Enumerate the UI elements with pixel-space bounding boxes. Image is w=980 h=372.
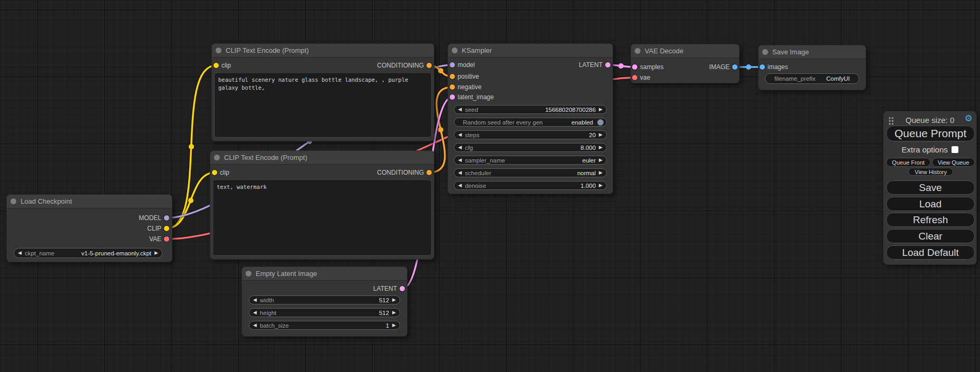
samples-input-dot[interactable] — [632, 64, 637, 70]
ksampler-node-title-text: KSampler — [462, 46, 492, 54]
save-image-node-collapse-dot[interactable] — [762, 49, 768, 55]
clip-text-encode-negative-node-titlebar[interactable]: CLIP Text Encode (Prompt) — [210, 151, 434, 165]
scheduler-widget-increment-arrow[interactable]: ▶ — [599, 170, 603, 175]
load-default-button[interactable]: Load Default — [886, 245, 975, 260]
denoise-widget[interactable]: ◀denoise1.000▶ — [454, 181, 607, 190]
negative-input-dot[interactable] — [450, 84, 455, 90]
random-seed-toggle[interactable]: Random seed after every genenabled — [454, 118, 607, 127]
steps-widget-decrement-arrow[interactable]: ◀ — [458, 132, 462, 137]
cfg-widget-value: 8.000 — [476, 145, 596, 151]
clip-output-label: CLIP — [147, 225, 161, 232]
clip-text-encode-positive-node-titlebar[interactable]: CLIP Text Encode (Prompt) — [212, 44, 434, 58]
positive-prompt-textarea[interactable]: beautiful scenery nature glass bottle la… — [215, 73, 431, 137]
width-widget-decrement-arrow[interactable]: ◀ — [253, 298, 257, 302]
load-checkpoint-node-title-text: Load Checkpoint — [21, 197, 72, 205]
vae-decode-node-titlebar[interactable]: VAE Decode — [631, 44, 739, 58]
positive-conditioning-output-dot[interactable] — [426, 63, 432, 68]
positive-input-dot[interactable] — [450, 74, 455, 79]
negative-clip-input-dot[interactable] — [212, 170, 217, 175]
empty-latent-image-node-collapse-dot[interactable] — [246, 271, 251, 276]
ksampler-node-titlebar[interactable]: KSampler — [448, 44, 613, 58]
cfg-widget-increment-arrow[interactable]: ▶ — [599, 145, 603, 150]
empty-latent-output-dot[interactable] — [400, 286, 405, 291]
vae-decode-node-title-text: VAE Decode — [645, 47, 683, 55]
batch-size-widget-decrement-arrow[interactable]: ◀ — [253, 323, 257, 328]
cfg-widget[interactable]: ◀cfg8.000▶ — [454, 143, 607, 152]
image-wire-midpoint-dot — [746, 64, 751, 70]
vae-decode-node-collapse-dot[interactable] — [635, 48, 641, 54]
batch-size-widget[interactable]: ◀batch_size1▶ — [249, 321, 400, 330]
height-widget-increment-arrow[interactable]: ▶ — [392, 310, 396, 315]
ckpt-name-widget-increment-arrow[interactable]: ▶ — [154, 251, 158, 255]
positive-clip-input-dot[interactable] — [214, 63, 219, 68]
positive-clip-input-label: clip — [221, 62, 231, 69]
load-checkpoint-node-collapse-dot[interactable] — [11, 198, 16, 204]
width-widget-value: 512 — [277, 297, 389, 303]
seed-widget[interactable]: ◀seed156680208700286▶ — [454, 105, 607, 114]
negative-input-label: negative — [458, 83, 481, 91]
filename-prefix-widget[interactable]: filename_prefixComfyUI — [765, 73, 859, 84]
empty-latent-image-node-titlebar[interactable]: Empty Latent Image — [242, 267, 407, 281]
extra-options-checkbox[interactable] — [952, 146, 958, 153]
negative-conditioning-output-label: CONDITIONING — [377, 169, 424, 176]
denoise-widget-decrement-arrow[interactable]: ◀ — [458, 183, 462, 188]
seed-widget-increment-arrow[interactable]: ▶ — [599, 107, 603, 112]
scheduler-widget[interactable]: ◀schedulernormal▶ — [454, 168, 607, 177]
sampler-name-widget-value: euler — [508, 157, 596, 164]
filename-prefix-widget-label: filename_prefix — [774, 75, 816, 82]
latent-image-input-dot[interactable] — [450, 94, 455, 100]
settings-gear-icon[interactable]: ⚙ — [965, 113, 973, 124]
height-widget[interactable]: ◀height512▶ — [249, 308, 400, 317]
sampler-name-widget[interactable]: ◀sampler_nameeuler▶ — [454, 156, 607, 165]
images-input-dot[interactable] — [760, 64, 765, 70]
save-button[interactable]: Save — [886, 180, 975, 195]
refresh-button[interactable]: Refresh — [886, 213, 975, 227]
sampler-name-widget-increment-arrow[interactable]: ▶ — [599, 158, 603, 163]
cfg-widget-decrement-arrow[interactable]: ◀ — [458, 145, 462, 150]
batch-size-widget-value: 1 — [292, 322, 389, 329]
ksampler-latent-wire-midpoint-dot — [618, 63, 624, 69]
load-button[interactable]: Load — [886, 197, 975, 211]
cfg-widget-label: cfg — [465, 145, 473, 151]
steps-widget-increment-arrow[interactable]: ▶ — [599, 132, 603, 137]
latent-output-dot[interactable] — [605, 62, 610, 68]
width-widget[interactable]: ◀width512▶ — [249, 295, 400, 304]
view-queue-button[interactable]: View Queue — [932, 158, 975, 167]
height-widget-decrement-arrow[interactable]: ◀ — [253, 310, 257, 315]
clear-button[interactable]: Clear — [886, 229, 975, 243]
steps-widget[interactable]: ◀steps20▶ — [454, 130, 607, 139]
vae-output-dot[interactable] — [164, 236, 169, 242]
vae-input-dot[interactable] — [632, 75, 637, 80]
model-input-label: model — [458, 61, 475, 69]
denoise-widget-increment-arrow[interactable]: ▶ — [599, 183, 603, 188]
batch-size-widget-increment-arrow[interactable]: ▶ — [392, 323, 396, 328]
scheduler-widget-decrement-arrow[interactable]: ◀ — [458, 170, 462, 175]
model-input-dot[interactable] — [450, 62, 455, 68]
negative-prompt-textarea[interactable]: text, watermark — [214, 180, 431, 255]
view-history-button[interactable]: View History — [908, 168, 953, 176]
clip-text-encode-positive-node-collapse-dot[interactable] — [216, 47, 221, 53]
clip-text-encode-negative-node-collapse-dot[interactable] — [214, 155, 220, 160]
extra-options-label: Extra options — [901, 145, 948, 154]
sampler-name-widget-decrement-arrow[interactable]: ◀ — [458, 158, 462, 163]
ckpt-name-widget[interactable]: ◀ckpt_namev1-5-pruned-emaonly.ckpt▶ — [14, 248, 162, 258]
seed-widget-decrement-arrow[interactable]: ◀ — [458, 107, 462, 112]
queue-size-label: Queue size: 0 — [884, 116, 976, 125]
load-checkpoint-node-titlebar[interactable]: Load Checkpoint — [7, 195, 172, 208]
random-seed-toggle-knob[interactable] — [597, 119, 604, 126]
clip-text-encode-positive-node-title-text: CLIP Text Encode (Prompt) — [226, 46, 309, 54]
queue-prompt-button[interactable]: Queue Prompt — [886, 126, 975, 141]
clip-output-dot[interactable] — [164, 226, 169, 231]
ckpt-name-widget-decrement-arrow[interactable]: ◀ — [18, 251, 22, 255]
save-image-node-titlebar[interactable]: Save Image — [759, 45, 866, 59]
scheduler-widget-value: normal — [494, 170, 596, 176]
width-widget-increment-arrow[interactable]: ▶ — [392, 298, 396, 302]
negative-conditioning-output-dot[interactable] — [426, 170, 432, 175]
width-widget-label: width — [260, 297, 274, 303]
queue-front-button[interactable]: Queue Front — [886, 158, 930, 167]
model-output-dot[interactable] — [164, 215, 169, 221]
ksampler-node-collapse-dot[interactable] — [452, 47, 458, 53]
image-output-dot[interactable] — [732, 64, 738, 70]
node-graph-canvas[interactable]: Queue size: 0 ⚙ Queue Prompt Extra optio… — [0, 0, 980, 372]
empty-latent-output-label: LATENT — [373, 285, 397, 292]
